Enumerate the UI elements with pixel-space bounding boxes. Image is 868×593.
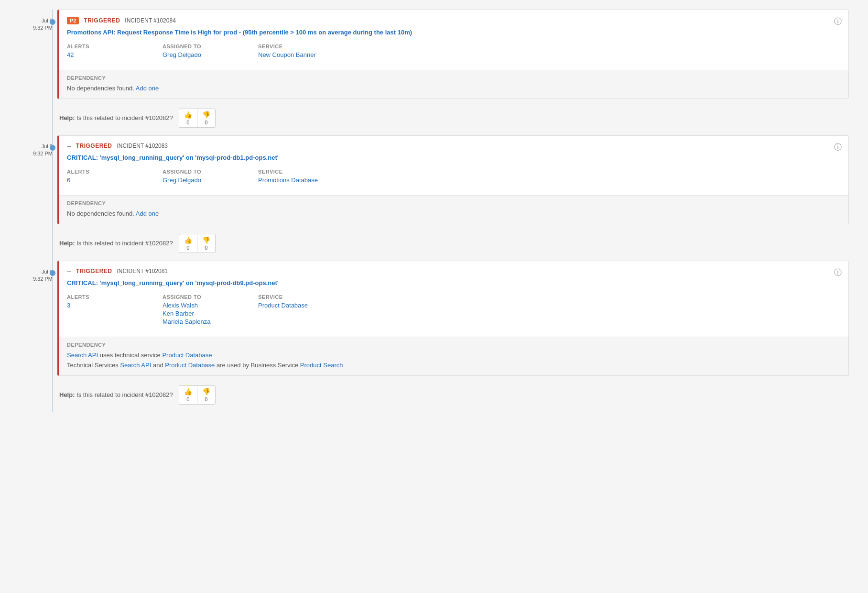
add-dep-link-2[interactable]: Add one (136, 210, 159, 217)
service-value-2[interactable]: Promotions Database (258, 176, 401, 184)
alerts-col-3: ALERTS 3 (67, 294, 163, 325)
alerts-value-2[interactable]: 6 (67, 176, 163, 184)
incident-title-2[interactable]: CRITICAL: 'mysql_long_running_query' on … (67, 154, 841, 162)
timeline-item-2: Jul 9 9:32 PM -- TRIGGERED INCIDENT #102… (57, 135, 849, 228)
timeline-dot-2 (50, 145, 55, 151)
dep-line-2: Technical Services Search API and Produc… (67, 361, 841, 371)
thumbs-down-btn-2[interactable]: 👎 0 (197, 234, 216, 253)
dependency-text-1: No dependencies found. Add one (67, 84, 841, 94)
vote-buttons-3: 👍 0 👎 0 (179, 385, 216, 405)
no-dep-text-1: No dependencies found. (67, 85, 134, 92)
incident-card-3: -- TRIGGERED INCIDENT #102081 ⓘ CRITICAL… (57, 261, 849, 376)
incident-card-2: -- TRIGGERED INCIDENT #102083 ⓘ CRITICAL… (57, 135, 849, 224)
dep-text-and: and (153, 362, 165, 369)
thumbs-down-btn-3[interactable]: 👎 0 (197, 385, 216, 405)
service-value-3[interactable]: Product Database (258, 302, 401, 309)
timeline-date-1: Jul 9 (19, 17, 53, 24)
assigned-value-2[interactable]: Greg Delgado (163, 176, 258, 184)
alerts-value-1[interactable]: 42 (67, 51, 163, 58)
dep-link-product-search[interactable]: Product Search (300, 362, 343, 369)
info-icon-2[interactable]: ⓘ (834, 143, 842, 153)
dep-link-product-db-1[interactable]: Product Database (162, 351, 212, 359)
dependency-section-3: DEPENDENCY Search API uses technical ser… (59, 337, 848, 375)
incident-card-1: P2 TRIGGERED INCIDENT #102084 ⓘ Promotio… (57, 10, 849, 99)
dependency-text-2: No dependencies found. Add one (67, 209, 841, 219)
thumbs-up-btn-1[interactable]: 👍 0 (179, 109, 197, 128)
service-label-3: SERVICE (258, 294, 401, 300)
assigned-col-3: ASSIGNED TO Alexis Walsh Ken Barber Mari… (163, 294, 258, 325)
timeline-time-2: 9:32 PM (19, 150, 53, 157)
timeline-line-3 (52, 261, 53, 412)
timeline-dot-1 (50, 19, 55, 25)
help-row-1: Help: Is this related to incident #10208… (57, 103, 849, 135)
thumbs-up-btn-3[interactable]: 👍 0 (179, 385, 197, 405)
timeline-label-3: Jul 9 9:32 PM (19, 268, 53, 283)
timeline-dot-container-1 (50, 19, 55, 25)
timeline-dot-container-3 (50, 270, 55, 276)
alerts-col-2: ALERTS 6 (67, 169, 163, 184)
incident-group-2: Jul 9 9:32 PM -- TRIGGERED INCIDENT #102… (57, 135, 849, 261)
incident-header-2: -- TRIGGERED INCIDENT #102083 (67, 143, 841, 150)
thumbs-down-count-2: 0 (205, 245, 207, 251)
thumbs-down-count-3: 0 (205, 396, 207, 402)
incident-meta-1: ALERTS 42 ASSIGNED TO Greg Delgado SERVI… (67, 44, 841, 58)
alerts-col-1: ALERTS 42 (67, 44, 163, 58)
timeline-time-1: 9:32 PM (19, 24, 53, 32)
dependency-label-3: DEPENDENCY (67, 342, 841, 348)
incident-title-1[interactable]: Promotions API: Request Response Time is… (67, 28, 841, 37)
dep-link-search-api-1[interactable]: Search API (67, 351, 98, 359)
assigned-user-3-3[interactable]: Mariela Sapienza (163, 318, 258, 325)
incident-header-1: P2 TRIGGERED INCIDENT #102084 (67, 17, 841, 24)
service-label-2: SERVICE (258, 169, 401, 175)
priority-dash-2: -- (67, 143, 71, 150)
service-label-1: SERVICE (258, 44, 401, 49)
thumbs-up-btn-2[interactable]: 👍 0 (179, 234, 197, 253)
assigned-label-2: ASSIGNED TO (163, 169, 258, 175)
service-col-2: SERVICE Promotions Database (258, 169, 401, 184)
thumbs-up-icon-1: 👍 (184, 111, 192, 119)
info-icon-3[interactable]: ⓘ (834, 268, 842, 278)
add-dep-link-1[interactable]: Add one (136, 85, 159, 92)
timeline-item-3: Jul 9 9:32 PM -- TRIGGERED INCIDENT #102… (57, 261, 849, 380)
dependency-section-1: DEPENDENCY No dependencies found. Add on… (59, 70, 848, 99)
assigned-value-1[interactable]: Greg Delgado (163, 51, 258, 58)
service-value-1[interactable]: New Coupon Banner (258, 51, 401, 58)
dependency-label-2: DEPENDENCY (67, 200, 841, 206)
assigned-user-1-3[interactable]: Alexis Walsh (163, 302, 258, 309)
vote-buttons-1: 👍 0 👎 0 (179, 109, 216, 128)
thumbs-down-btn-1[interactable]: 👎 0 (197, 109, 216, 128)
assigned-col-2: ASSIGNED TO Greg Delgado (163, 169, 258, 184)
thumbs-up-icon-3: 👍 (184, 388, 192, 395)
dep-link-product-db-2[interactable]: Product Database (165, 362, 215, 369)
thumbs-down-icon-1: 👎 (202, 111, 210, 119)
incident-number-1: INCIDENT #102084 (125, 17, 176, 24)
thumbs-up-count-1: 0 (186, 120, 189, 125)
alerts-value-3[interactable]: 3 (67, 302, 163, 309)
help-text-2: Help: Is this related to incident #10208… (59, 240, 173, 247)
assigned-col-1: ASSIGNED TO Greg Delgado (163, 44, 258, 58)
timeline-item-1: Jul 9 9:32 PM P2 TRIGGERED INCIDENT #102… (57, 10, 849, 103)
timeline-dot-3 (50, 270, 55, 276)
incident-number-2: INCIDENT #102083 (117, 143, 168, 149)
assigned-label-3: ASSIGNED TO (163, 294, 258, 300)
help-row-3: Help: Is this related to incident #10208… (57, 380, 849, 412)
timeline-line-1 (52, 10, 53, 135)
timeline-date-3: Jul 9 (19, 268, 53, 275)
dep-text-used-by: are used by Business Service (217, 362, 300, 369)
dep-line-1: Search API uses technical service Produc… (67, 351, 841, 361)
alerts-label-1: ALERTS (67, 44, 163, 49)
no-dep-text-2: No dependencies found. (67, 210, 134, 217)
help-text-1: Help: Is this related to incident #10208… (59, 114, 173, 121)
incident-title-3[interactable]: CRITICAL: 'mysql_long_running_query' on … (67, 279, 841, 287)
thumbs-up-count-2: 0 (186, 245, 189, 251)
assigned-label-1: ASSIGNED TO (163, 44, 258, 49)
thumbs-up-icon-2: 👍 (184, 236, 192, 244)
dep-link-search-api-2[interactable]: Search API (120, 362, 151, 369)
assigned-user-2-3[interactable]: Ken Barber (163, 310, 258, 317)
incident-group-3: Jul 9 9:32 PM -- TRIGGERED INCIDENT #102… (57, 261, 849, 412)
status-badge-3: TRIGGERED (76, 268, 112, 275)
timeline-label-2: Jul 9 9:32 PM (19, 143, 53, 158)
info-icon-1[interactable]: ⓘ (834, 17, 842, 27)
help-text-3: Help: Is this related to incident #10208… (59, 391, 173, 398)
timeline-label-1: Jul 9 9:32 PM (19, 17, 53, 32)
